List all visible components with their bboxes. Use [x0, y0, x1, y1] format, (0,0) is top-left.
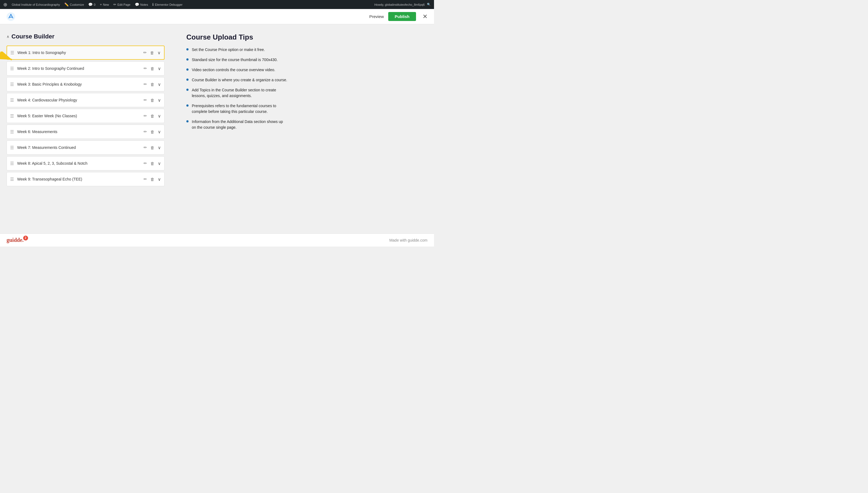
week-item[interactable]: ☰ Week 4: Cardiovascular Physiology ✏ 🗑 …	[6, 93, 164, 107]
week-actions: ✏ 🗑 ∨	[143, 50, 161, 55]
bullet-icon	[186, 79, 188, 81]
tip-text: Video section controls the course overvi…	[192, 67, 275, 73]
week-item[interactable]: ☰ Week 1: Intro to Sonography ✏ 🗑 ∨	[6, 45, 164, 60]
drag-handle-icon: ☰	[10, 129, 14, 134]
comments-icon: 💬	[88, 2, 93, 6]
admin-bar: ⊕ Global Institute of Echocardiography ✏…	[0, 0, 434, 9]
edit-week-icon[interactable]: ✏	[143, 50, 147, 55]
admin-bar-comments[interactable]: 💬 0	[88, 2, 95, 6]
expand-week-icon[interactable]: ∨	[158, 177, 161, 182]
edit-week-icon[interactable]: ✏	[143, 113, 147, 119]
guidde-badge: guidde. 2	[6, 237, 30, 243]
expand-week-icon[interactable]: ∨	[158, 161, 161, 166]
tip-text: Add Topics in the Course Builder section…	[192, 87, 288, 99]
right-panel: Course Upload Tips Set the Course Price …	[173, 33, 288, 227]
week-label: Week 8: Apical 5, 2, 3, Subcostal & Notc…	[17, 161, 143, 166]
tip-text: Set the Course Price option or make it f…	[192, 47, 265, 52]
delete-week-icon[interactable]: 🗑	[151, 82, 155, 87]
delete-week-icon[interactable]: 🗑	[151, 177, 155, 181]
plus-icon: +	[100, 2, 102, 6]
week-label: Week 4: Cardiovascular Physiology	[17, 98, 143, 102]
delete-week-icon[interactable]: 🗑	[151, 66, 155, 71]
delete-week-icon[interactable]: 🗑	[151, 161, 155, 166]
week-actions: ✏ 🗑 ∨	[143, 161, 161, 166]
week-item[interactable]: ☰ Week 2: Intro to Sonography Continued …	[6, 61, 164, 76]
delete-week-icon[interactable]: 🗑	[151, 98, 155, 103]
week-actions: ✏ 🗑 ∨	[143, 177, 161, 182]
bullet-icon	[186, 89, 188, 91]
delete-week-icon[interactable]: 🗑	[151, 130, 155, 134]
delete-week-icon[interactable]: 🗑	[151, 145, 155, 150]
search-icon[interactable]: 🔍	[427, 3, 431, 6]
made-with-label: Made with guidde.com	[389, 238, 428, 242]
drag-handle-icon: ☰	[10, 66, 14, 71]
tip-text: Prerequisites refers to the fundamental …	[192, 103, 288, 114]
admin-bar-edit-page[interactable]: ✏ Edit Page	[113, 2, 131, 6]
drag-handle-icon: ☰	[10, 177, 14, 182]
week-item[interactable]: ☰ Week 8: Apical 5, 2, 3, Subcostal & No…	[6, 156, 164, 170]
delete-week-icon[interactable]: 🗑	[151, 114, 155, 119]
expand-week-icon[interactable]: ∨	[158, 82, 161, 87]
week-actions: ✏ 🗑 ∨	[143, 145, 161, 150]
astra-logo-icon	[6, 12, 15, 21]
tip-item: Standard size for the course thumbnail i…	[186, 57, 288, 63]
edit-week-icon[interactable]: ✏	[143, 177, 147, 181]
edit-week-icon[interactable]: ✏	[143, 129, 147, 134]
drag-handle-icon: ☰	[10, 50, 14, 55]
expand-week-icon[interactable]: ∨	[158, 50, 161, 55]
admin-bar-customize[interactable]: ✏️ Customize	[64, 2, 84, 6]
expand-week-icon[interactable]: ∨	[158, 66, 161, 71]
expand-week-icon[interactable]: ∨	[158, 113, 161, 119]
collapse-icon[interactable]: ∧	[6, 34, 9, 39]
tip-text: Information from the Additional Data sec…	[192, 119, 288, 130]
top-bar-actions: Preview Publish ✕	[369, 12, 428, 21]
main-content: ∧ Course Builder ☰ Week 1: Intro to Sono…	[0, 24, 434, 233]
delete-week-icon[interactable]: 🗑	[150, 50, 154, 55]
tip-text: Standard size for the course thumbnail i…	[192, 57, 278, 63]
edit-week-icon[interactable]: ✏	[143, 66, 147, 71]
tips-title: Course Upload Tips	[186, 33, 288, 41]
preview-button[interactable]: Preview	[369, 14, 384, 19]
tip-item: Add Topics in the Course Builder section…	[186, 87, 288, 99]
admin-bar-notes[interactable]: 💬 Notes	[135, 2, 148, 6]
close-button[interactable]: ✕	[422, 13, 428, 20]
week-label: Week 7: Measurements Continued	[17, 145, 143, 150]
admin-bar-elementor-debugger[interactable]: ℹ Elementor Debugger	[152, 2, 183, 6]
edit-week-icon[interactable]: ✏	[143, 161, 147, 166]
admin-bar-user: Howdy, globalinstituteofecho_8m6pq6 🔍	[374, 3, 431, 6]
bullet-icon	[186, 68, 188, 71]
drag-handle-icon: ☰	[10, 82, 14, 87]
expand-week-icon[interactable]: ∨	[158, 129, 161, 134]
week-actions: ✏ 🗑 ∨	[143, 113, 161, 119]
customize-icon: ✏️	[64, 2, 69, 6]
site-name-label: Global Institute of Echocardiography	[12, 3, 60, 6]
edit-week-icon[interactable]: ✏	[143, 145, 147, 150]
week-actions: ✏ 🗑 ∨	[143, 82, 161, 87]
guidde-logo: guidde.	[6, 237, 24, 243]
edit-week-icon[interactable]: ✏	[143, 82, 147, 87]
admin-bar-new[interactable]: + New	[100, 2, 109, 6]
week-label: Week 3: Basic Principles & Knobology	[17, 82, 143, 86]
bullet-icon	[186, 120, 188, 123]
week-item[interactable]: ☰ Week 7: Measurements Continued ✏ 🗑 ∨	[6, 141, 164, 155]
week-label: Week 9: Transesophageal Echo (TEE)	[17, 177, 143, 181]
drag-handle-icon: ☰	[10, 98, 14, 103]
week-item[interactable]: ☰ Week 3: Basic Principles & Knobology ✏…	[6, 77, 164, 91]
bullet-icon	[186, 104, 188, 107]
week-item[interactable]: ☰ Week 9: Transesophageal Echo (TEE) ✏ 🗑…	[6, 172, 164, 186]
week-item[interactable]: ☰ Week 6: Measurements ✏ 🗑 ∨	[6, 125, 164, 139]
edit-week-icon[interactable]: ✏	[143, 98, 147, 103]
week-item[interactable]: ☰ Week 5: Easter Week (No Classes) ✏ 🗑 ∨	[6, 109, 164, 123]
expand-week-icon[interactable]: ∨	[158, 98, 161, 103]
week-label: Week 2: Intro to Sonography Continued	[17, 66, 143, 71]
svg-point-1	[10, 14, 12, 15]
week-list: ☰ Week 1: Intro to Sonography ✏ 🗑 ∨ ☰ We…	[6, 45, 164, 186]
drag-handle-icon: ☰	[10, 145, 14, 150]
expand-week-icon[interactable]: ∨	[158, 145, 161, 150]
admin-bar-site-name[interactable]: Global Institute of Echocardiography	[12, 3, 60, 6]
week-label: Week 5: Easter Week (No Classes)	[17, 114, 143, 118]
section-title: Course Builder	[12, 33, 54, 40]
week-label: Week 1: Intro to Sonography	[18, 50, 143, 55]
wp-logo-icon: ⊕	[3, 2, 7, 8]
publish-button[interactable]: Publish	[388, 12, 416, 21]
